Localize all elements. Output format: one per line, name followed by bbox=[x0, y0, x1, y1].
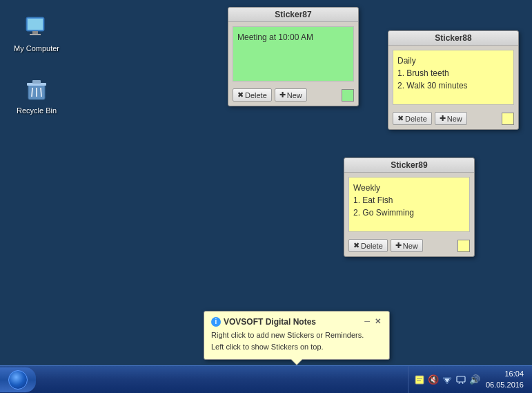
delete-label: Delete bbox=[245, 91, 267, 99]
new-icon: ✚ bbox=[395, 241, 402, 250]
new-label: New bbox=[403, 242, 418, 250]
taskbar: 🔇 🔊 16:04 06.05.2016 bbox=[0, 365, 532, 393]
delete-label: Delete bbox=[361, 242, 383, 250]
sticker88-text: Daily 1. Brush teeth 2. Walk 30 minutes bbox=[397, 56, 468, 90]
sticker87-text: Meeting at 10:00 AM bbox=[237, 32, 313, 42]
sticker89-delete-button[interactable]: ✖ Delete bbox=[348, 239, 388, 252]
sticker89-text: Weekly 1. Eat Fish 2. Go Swimming bbox=[353, 183, 414, 218]
notes-tray-icon[interactable] bbox=[414, 374, 425, 385]
svg-rect-6 bbox=[32, 80, 41, 84]
clock-time: 16:04 bbox=[486, 369, 524, 379]
svg-rect-3 bbox=[30, 34, 41, 35]
start-button[interactable] bbox=[0, 367, 36, 392]
tooltip-popup: i VOVSOFT Digital Notes ─ ✕ Right click … bbox=[204, 311, 390, 360]
system-clock[interactable]: 16:04 06.05.2016 bbox=[483, 369, 526, 390]
new-icon: ✚ bbox=[440, 114, 446, 123]
new-label: New bbox=[287, 91, 302, 99]
sticker88-footer: ✖ Delete ✚ New bbox=[388, 109, 518, 129]
sticker88-delete-button[interactable]: ✖ Delete bbox=[393, 112, 432, 125]
tooltip-title-left: i VOVSOFT Digital Notes bbox=[211, 317, 316, 327]
sticker88-new-button[interactable]: ✚ New bbox=[435, 112, 467, 125]
volume-icon[interactable]: 🔊 bbox=[469, 374, 480, 385]
tooltip-body: Right click to add new Stickers or Remin… bbox=[211, 329, 382, 354]
tooltip-close-icon[interactable]: ✕ bbox=[373, 317, 382, 326]
sticker89-new-button[interactable]: ✚ New bbox=[391, 239, 423, 252]
delete-icon: ✖ bbox=[353, 241, 359, 250]
my-computer-image bbox=[23, 14, 50, 41]
sticker89-title[interactable]: Sticker89 bbox=[344, 158, 474, 173]
sticker89-window: Sticker89 Weekly 1. Eat Fish 2. Go Swimm… bbox=[344, 157, 475, 257]
new-label: New bbox=[447, 115, 462, 123]
recycle-bin-icon[interactable]: Recycle Bin bbox=[12, 76, 61, 115]
network-icon[interactable] bbox=[442, 374, 453, 385]
sticker89-content-area[interactable]: Weekly 1. Eat Fish 2. Go Swimming bbox=[348, 177, 470, 232]
sticker87-new-button[interactable]: ✚ New bbox=[275, 88, 307, 102]
sticker87-title[interactable]: Sticker87 bbox=[228, 8, 358, 22]
sticker89-footer: ✖ Delete ✚ New bbox=[344, 236, 474, 256]
sticker87-delete-button[interactable]: ✖ Delete bbox=[233, 88, 272, 102]
my-computer-label: My Computer bbox=[14, 44, 59, 52]
tooltip-title-bar: i VOVSOFT Digital Notes ─ ✕ bbox=[211, 317, 382, 327]
sticker87-footer: ✖ Delete ✚ New bbox=[228, 86, 358, 106]
tooltip-minimize-icon[interactable]: ─ bbox=[363, 317, 371, 326]
svg-rect-13 bbox=[457, 376, 465, 382]
sticker87-window: Sticker87 Meeting at 10:00 AM ✖ Delete ✚… bbox=[228, 7, 359, 106]
system-tray: 🔇 🔊 16:04 06.05.2016 bbox=[408, 366, 532, 393]
recycle-bin-image bbox=[23, 76, 50, 104]
svg-rect-2 bbox=[32, 31, 38, 34]
tooltip-control-icons: ─ ✕ bbox=[363, 317, 382, 326]
svg-line-7 bbox=[32, 88, 32, 97]
sticker88-title[interactable]: Sticker88 bbox=[388, 31, 518, 46]
tooltip-title-text: VOVSOFT Digital Notes bbox=[224, 317, 316, 327]
monitor-icon[interactable] bbox=[455, 374, 466, 385]
sticker88-window: Sticker88 Daily 1. Brush teeth 2. Walk 3… bbox=[388, 30, 519, 130]
info-icon: i bbox=[211, 317, 221, 327]
clock-date: 06.05.2016 bbox=[486, 380, 524, 390]
sticker88-content-area[interactable]: Daily 1. Brush teeth 2. Walk 30 minutes bbox=[393, 50, 514, 105]
svg-rect-1 bbox=[28, 19, 43, 30]
delete-icon: ✖ bbox=[237, 90, 244, 99]
my-computer-icon[interactable]: My Computer bbox=[12, 14, 61, 52]
svg-rect-10 bbox=[415, 376, 424, 384]
new-icon: ✚ bbox=[279, 90, 286, 99]
recycle-bin-label: Recycle Bin bbox=[17, 106, 57, 115]
tooltip-line1: Right click to add new Stickers or Remin… bbox=[211, 329, 382, 342]
sound-icon[interactable]: 🔇 bbox=[428, 374, 439, 385]
delete-icon: ✖ bbox=[397, 114, 404, 123]
svg-line-9 bbox=[41, 88, 41, 97]
sticker87-color-swatch[interactable] bbox=[342, 89, 354, 102]
windows-orb bbox=[8, 370, 28, 390]
tooltip-line2: Left click to show Stickers on top. bbox=[211, 341, 382, 354]
sticker88-color-swatch[interactable] bbox=[502, 113, 514, 125]
delete-label: Delete bbox=[405, 115, 427, 123]
sticker89-color-swatch[interactable] bbox=[457, 240, 470, 252]
sticker87-content-area[interactable]: Meeting at 10:00 AM bbox=[233, 26, 354, 82]
